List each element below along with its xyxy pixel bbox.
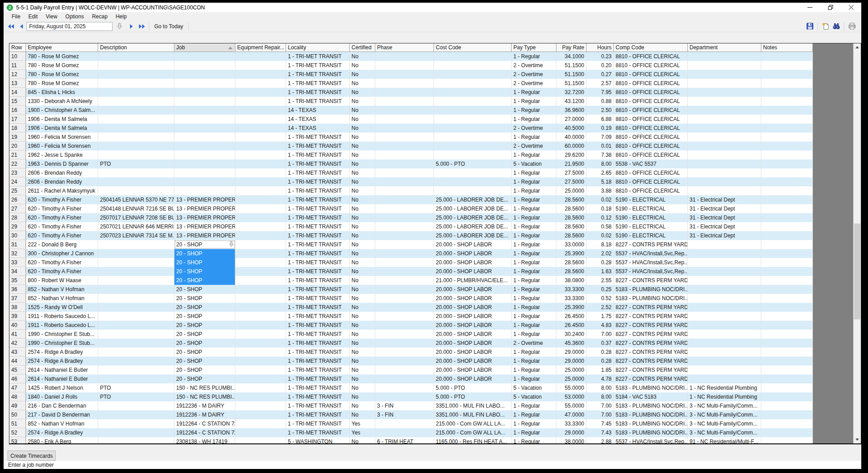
grid-cell-employee[interactable]: 1525 - Randy W O'Dell: [26, 303, 98, 312]
grid-cell-hours[interactable]: 0.28: [586, 258, 614, 267]
row-number[interactable]: 32: [9, 249, 26, 258]
grid-cell-equipment-repair[interactable]: [235, 419, 286, 428]
grid-cell-pay-type[interactable]: 1 - Regular: [512, 258, 556, 267]
grid-cell-hours[interactable]: 0.28: [586, 357, 614, 366]
grid-cell-employee[interactable]: 217 - David D Benderman: [26, 410, 98, 419]
grid-cell-notes[interactable]: [761, 303, 813, 312]
grid-cell-comp-code[interactable]: 8227 - CONTRS PERM YARD: [614, 330, 688, 339]
grid-cell-job[interactable]: 13 - PREMIER PROPER...: [174, 222, 235, 231]
grid-cell-description[interactable]: [98, 419, 174, 428]
grid-cell-pay-rate[interactable]: 34.1000: [556, 52, 586, 61]
grid-cell-description[interactable]: 2504145 LENNAR 5370 NE 77...: [98, 195, 174, 204]
grid-cell-locality[interactable]: 1 - TRI-MET TRANSIT: [286, 177, 350, 186]
grid-cell-hours[interactable]: 1.85: [586, 366, 614, 374]
grid-cell-description[interactable]: [98, 70, 174, 79]
grid-cell-pay-type[interactable]: 2 - Overtime: [512, 339, 556, 348]
grid-cell-comp-code[interactable]: 8227 - CONTRS PERM YARD: [614, 303, 688, 312]
grid-cell-employee[interactable]: 620 - Timothy A Fisher: [26, 267, 98, 276]
grid-cell-employee[interactable]: 620 - Timothy A Fisher: [26, 231, 98, 240]
grid-cell-pay-rate[interactable]: 28.5600: [556, 267, 586, 276]
grid-cell-certified[interactable]: No: [350, 401, 375, 410]
grid-cell-phase[interactable]: [375, 186, 434, 195]
grid-cell-certified[interactable]: No: [350, 258, 375, 267]
grid-cell-pay-type[interactable]: 2 - Overtime: [512, 142, 556, 150]
grid-cell-locality[interactable]: 5 - WASHINGTON: [286, 437, 350, 443]
grid-cell-phase[interactable]: [375, 231, 434, 240]
grid-cell-pay-rate[interactable]: 29.6200: [556, 150, 586, 159]
grid-cell-hours[interactable]: 4.78: [586, 374, 614, 383]
grid-cell-pay-type[interactable]: 1 - Regular: [512, 321, 556, 330]
row-number[interactable]: 24: [9, 177, 26, 186]
grid-cell-cost-code[interactable]: 20.000 - SHOP LABOR: [434, 321, 512, 330]
grid-cell-notes[interactable]: [761, 258, 813, 267]
grid-cell-job[interactable]: 20 - SHOP: [174, 294, 235, 303]
grid-cell-hours[interactable]: 8.00: [586, 159, 614, 168]
grid-cell-equipment-repair[interactable]: [235, 366, 286, 374]
grid-cell-description[interactable]: PTO: [98, 383, 174, 392]
grid-cell-pay-type[interactable]: 2 - Overtime: [512, 70, 556, 79]
grid-cell-hours[interactable]: 1.63: [586, 267, 614, 276]
grid-cell-hours[interactable]: 1.75: [586, 312, 614, 321]
grid-cell-description[interactable]: [98, 339, 174, 348]
grid-cell-phase[interactable]: [375, 79, 434, 88]
grid-cell-comp-code[interactable]: 8227 - CONTRS PERM YARD: [614, 366, 688, 374]
grid-cell-certified[interactable]: No: [350, 79, 375, 88]
grid-cell-pay-type[interactable]: 1 - Regular: [512, 133, 556, 142]
minimize-button[interactable]: [799, 3, 820, 12]
grid-cell-pay-rate[interactable]: 28.5600: [556, 222, 586, 231]
grid-cell-department[interactable]: [688, 374, 761, 383]
grid-cell-description[interactable]: [98, 186, 174, 195]
grid-cell-pay-type[interactable]: 1 - Regular: [512, 285, 556, 294]
grid-cell-hours[interactable]: 0.27: [586, 70, 614, 79]
grid-cell-comp-code[interactable]: 5183 - PLUMBING NOC/DRI...: [614, 410, 688, 419]
grid-cell-pay-rate[interactable]: 25.0000: [556, 374, 586, 383]
grid-cell-department[interactable]: [688, 177, 761, 186]
grid-cell-pay-rate[interactable]: 55.0000: [556, 401, 586, 410]
grid-cell-phase[interactable]: [375, 115, 434, 124]
grid-cell-notes[interactable]: [761, 383, 813, 392]
grid-cell-job[interactable]: [174, 52, 235, 61]
grid-cell-comp-code[interactable]: 8227 - CONTRS PERM YARD: [614, 374, 688, 383]
row-number[interactable]: 17: [9, 115, 26, 124]
grid-cell-comp-code[interactable]: 8810 - OFFICE CLERICAL: [614, 177, 688, 186]
grid-cell-equipment-repair[interactable]: [235, 133, 286, 142]
grid-cell-cost-code[interactable]: [434, 52, 512, 61]
grid-cell-department[interactable]: 1 - NC Residential Plumbing: [688, 392, 761, 401]
grid-cell-phase[interactable]: [375, 339, 434, 348]
grid-cell-hours[interactable]: 0.02: [586, 195, 614, 204]
grid-cell-pay-type[interactable]: 1 - Regular: [512, 267, 556, 276]
grid-cell-notes[interactable]: [761, 366, 813, 374]
row-number[interactable]: 31: [9, 240, 26, 249]
grid-cell-comp-code[interactable]: 8810 - OFFICE CLERICAL: [614, 97, 688, 106]
grid-cell-description[interactable]: [98, 294, 174, 303]
grid-cell-certified[interactable]: No: [350, 231, 375, 240]
grid-cell-certified[interactable]: No: [350, 392, 375, 401]
grid-cell-pay-rate[interactable]: 27.5000: [556, 168, 586, 177]
grid-cell-comp-code[interactable]: 8227 - CONTRS PERM YARD: [614, 348, 688, 357]
grid-cell-pay-type[interactable]: 1 - Regular: [512, 150, 556, 159]
row-number[interactable]: 11: [9, 61, 26, 70]
grid-cell-locality[interactable]: 1 - TRI-MET TRANSIT: [286, 142, 350, 150]
grid-cell-equipment-repair[interactable]: [235, 177, 286, 186]
cell-drop-arrow-icon[interactable]: [229, 241, 234, 247]
grid-cell-cost-code[interactable]: 1165.000 - Res FIN HEAT A...: [434, 437, 512, 443]
grid-cell-department[interactable]: 3 - NC Multi-Family/Comm...: [688, 410, 761, 419]
grid-cell-comp-code[interactable]: 5183 - PLUMBING NOC/DRI...: [614, 294, 688, 303]
grid-cell-pay-rate[interactable]: 27.5000: [556, 177, 586, 186]
menu-help[interactable]: Help: [112, 13, 131, 20]
grid-cell-notes[interactable]: [761, 330, 813, 339]
grid-cell-cost-code[interactable]: [434, 186, 512, 195]
grid-cell-employee[interactable]: 1960 - Felicia M Sorensen: [26, 133, 98, 142]
grid-cell-hours[interactable]: 2.50: [586, 106, 614, 115]
grid-cell-department[interactable]: [688, 294, 761, 303]
grid-cell-pay-rate[interactable]: 27.0000: [556, 115, 586, 124]
row-number[interactable]: 49: [9, 401, 26, 410]
grid-cell-cost-code[interactable]: 20.000 - SHOP LABOR: [434, 258, 512, 267]
grid-cell-hours[interactable]: 0.18: [586, 204, 614, 213]
grid-cell-employee[interactable]: 2574 - Ridge A Bradley: [26, 428, 98, 437]
grid-cell-hours[interactable]: 0.88: [586, 97, 614, 106]
row-number[interactable]: 14: [9, 88, 26, 97]
grid-cell-employee[interactable]: 1911 - Roberto Saucedo L...: [26, 312, 98, 321]
grid-cell-hours[interactable]: 0.19: [586, 124, 614, 133]
grid-cell-notes[interactable]: [761, 115, 813, 124]
